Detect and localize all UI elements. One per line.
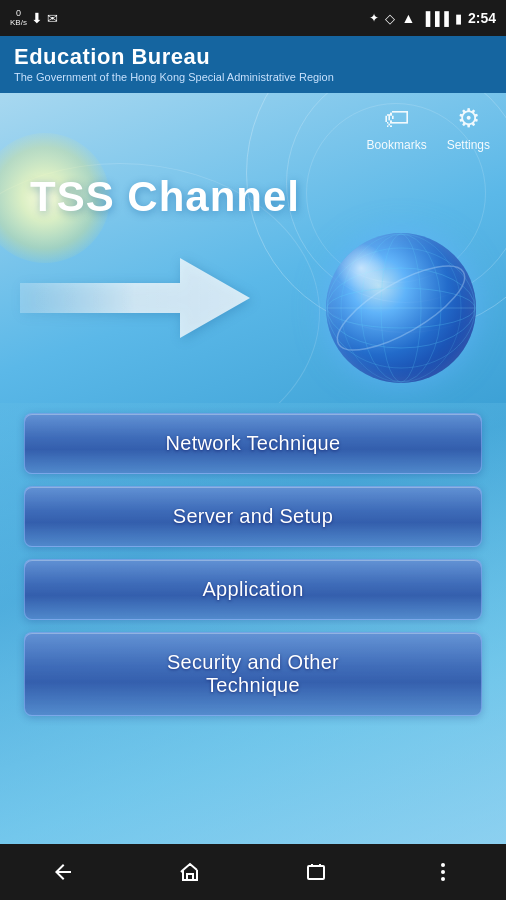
wifi-icon: ▲ bbox=[401, 10, 415, 26]
network-technique-button[interactable]: Network Technique bbox=[24, 413, 482, 474]
settings-label: Settings bbox=[447, 138, 490, 152]
signal-icon: ▐▐▐ bbox=[421, 11, 449, 26]
nav-bar bbox=[0, 844, 506, 900]
hero-section: 🏷 Bookmarks ⚙ Settings TSS Channel bbox=[0, 93, 506, 403]
bookmarks-button[interactable]: 🏷 Bookmarks bbox=[367, 103, 427, 152]
main-content: 🏷 Bookmarks ⚙ Settings TSS Channel bbox=[0, 93, 506, 844]
server-setup-button[interactable]: Server and Setup bbox=[24, 486, 482, 547]
back-button[interactable] bbox=[38, 852, 88, 892]
download-icon: ⬇ bbox=[31, 10, 43, 26]
recents-button[interactable] bbox=[291, 852, 341, 892]
more-button[interactable] bbox=[418, 852, 468, 892]
app-header: Education Bureau The Government of the H… bbox=[0, 36, 506, 93]
status-left: 0 KB/s ⬇ ✉ bbox=[10, 9, 58, 28]
hero-arrow bbox=[20, 253, 250, 343]
settings-button[interactable]: ⚙ Settings bbox=[447, 103, 490, 152]
svg-rect-9 bbox=[308, 866, 324, 879]
globe bbox=[326, 233, 476, 383]
status-right: ✦ ◇ ▲ ▐▐▐ ▮ 2:54 bbox=[369, 10, 496, 26]
application-button[interactable]: Application bbox=[24, 559, 482, 620]
svg-point-14 bbox=[441, 877, 445, 881]
app-subtitle: The Government of the Hong Kong Special … bbox=[14, 71, 492, 83]
top-icons: 🏷 Bookmarks ⚙ Settings bbox=[367, 103, 490, 152]
svg-marker-0 bbox=[20, 258, 250, 338]
gear-icon: ⚙ bbox=[457, 103, 480, 134]
diamond-icon: ◇ bbox=[385, 11, 395, 26]
bookmark-icon: 🏷 bbox=[384, 103, 410, 134]
message-icon: ✉ bbox=[47, 11, 58, 26]
svg-point-12 bbox=[441, 863, 445, 867]
bluetooth-icon: ✦ bbox=[369, 11, 379, 25]
status-time: 2:54 bbox=[468, 10, 496, 26]
channel-title: TSS Channel bbox=[30, 173, 300, 221]
buttons-section: Network Technique Server and Setup Appli… bbox=[0, 403, 506, 844]
svg-point-13 bbox=[441, 870, 445, 874]
globe-container bbox=[326, 233, 486, 393]
app-title: Education Bureau bbox=[14, 44, 492, 70]
security-technique-button[interactable]: Security and Other Technique bbox=[24, 632, 482, 716]
home-button[interactable] bbox=[165, 852, 215, 892]
status-bar: 0 KB/s ⬇ ✉ ✦ ◇ ▲ ▐▐▐ ▮ 2:54 bbox=[0, 0, 506, 36]
bookmarks-label: Bookmarks bbox=[367, 138, 427, 152]
battery-icon: ▮ bbox=[455, 11, 462, 26]
network-speed: 0 KB/s bbox=[10, 9, 27, 28]
